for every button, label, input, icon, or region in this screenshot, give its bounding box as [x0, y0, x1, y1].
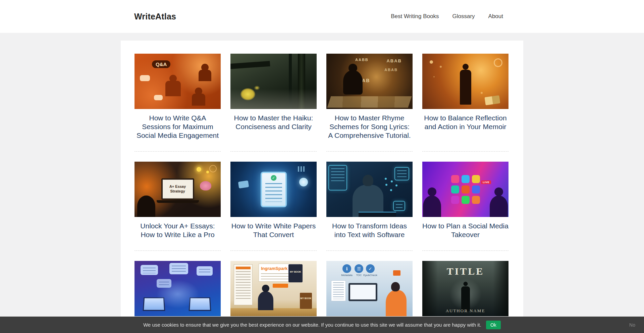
nav-glossary[interactable]: Glossary: [452, 13, 475, 20]
main-nav: Best Writing Books Glossary About: [391, 13, 503, 20]
glow-dots: [430, 60, 433, 64]
post-title[interactable]: How to Transform Ideas into Text with So…: [326, 222, 413, 239]
open-book-icon: [485, 95, 500, 105]
chat-bubble: [169, 263, 188, 274]
laptop-base: [157, 200, 199, 203]
cover-author-text: AUTHOR NAME: [422, 308, 508, 314]
book-cover-tablet: MY BOOK: [288, 264, 303, 282]
app-icon: [462, 175, 470, 183]
document-page: [331, 280, 346, 301]
person-silhouette: [192, 94, 205, 106]
post-thumbnail-haiku[interactable]: [230, 54, 317, 109]
chat-bubble: [157, 279, 171, 288]
cover-title-text: TITLE: [422, 266, 508, 277]
book-cover: MY BOOK: [300, 293, 312, 309]
yellow-flower: [240, 88, 255, 100]
post-title[interactable]: How to Master Rhyme Schemes for Song Lyr…: [326, 114, 413, 140]
clock-icon: [209, 165, 217, 172]
metadata-icon: ℹ: [342, 264, 351, 273]
walking-figure-silhouette: [460, 70, 471, 105]
brain-icon: [200, 181, 211, 190]
cookie-banner: We use cookies to ensure that we give yo…: [0, 317, 644, 333]
epubcheck-check-icon: ✓: [366, 264, 375, 273]
network-nodes-icon: [385, 184, 387, 186]
post-title[interactable]: Unlock Your A+ Essays: How to Write Like…: [135, 222, 221, 239]
cookie-ok-button[interactable]: Ok: [486, 321, 501, 329]
rhyme-scheme-label: ABAB: [384, 68, 398, 72]
chat-bubble: [141, 265, 158, 275]
holographic-panel: [393, 201, 405, 211]
laptop-screen-text: A+ Essay Strategy: [164, 184, 192, 193]
post-thumbnail-memoir[interactable]: [422, 54, 508, 109]
post-thumbnail-white-papers[interactable]: ✓: [230, 162, 317, 217]
app-icon: [472, 196, 480, 204]
post-card-haiku: How to Master the Haiku: Conciseness and…: [230, 54, 317, 152]
icon-label: EpubCheck: [363, 274, 378, 277]
post-title[interactable]: How to Balance Reflection and Action in …: [422, 114, 508, 131]
holographic-panel: [394, 167, 409, 180]
nav-best-writing-books[interactable]: Best Writing Books: [391, 13, 439, 20]
document-lines: [265, 183, 282, 202]
tablet-document: ✓: [261, 172, 287, 207]
clock-icon: [494, 58, 502, 67]
document-page: [234, 264, 253, 305]
app-icon: [472, 185, 480, 193]
laptop-screen: [143, 297, 165, 311]
post-title[interactable]: How to Write Q&A Sessions for Maximum So…: [135, 114, 221, 140]
nav-about[interactable]: About: [488, 13, 503, 20]
ingramspark-logo-text: IngramSpark: [261, 266, 287, 271]
post-thumbnail-social-takeover[interactable]: LIVE: [422, 162, 508, 217]
site-logo[interactable]: WriteAtlas: [134, 12, 176, 21]
post-card-white-papers: ✓ How to Write White Papers That Convert: [230, 162, 317, 251]
post-thumbnail-book-cover[interactable]: TITLE AUTHOR NAME: [422, 261, 508, 316]
lightbulb-icon: [197, 167, 201, 172]
post-thumbnail-qa-sessions[interactable]: Q&A: [135, 54, 221, 109]
holographic-panel: [328, 165, 347, 190]
post-title[interactable]: How to Master the Haiku: Conciseness and…: [230, 114, 317, 131]
cookie-message: We use cookies to ensure that we give yo…: [143, 322, 481, 328]
cookie-no-link[interactable]: No: [629, 322, 635, 328]
post-card-qa-sessions: Q&A How to Write Q&A Sessions for Maximu…: [135, 54, 221, 152]
post-thumbnail-ingramspark[interactable]: IngramSpark MY BOOK MY BOOK: [230, 261, 317, 316]
post-card-rhyme-schemes: AABB ABAB ABAB ABAB How to Master Rhyme …: [326, 54, 413, 152]
app-icon: [451, 196, 459, 204]
rhyme-scheme-label: ABAB: [386, 58, 402, 63]
post-thumbnail-chat-laptops[interactable]: [135, 261, 221, 316]
desk-surface: [230, 308, 317, 316]
toc-list-icon: ☰: [355, 264, 363, 273]
rhyme-scheme-label: AABB: [355, 58, 369, 62]
scattered-papers: [327, 96, 412, 108]
post-card-memoir: How to Balance Reflection and Action in …: [422, 54, 508, 152]
speech-bubble-icon: [140, 75, 150, 81]
laptop-screen: A+ Essay Strategy: [161, 178, 194, 200]
orange-button: [273, 284, 288, 288]
person-silhouette: [258, 291, 273, 310]
post-title[interactable]: How to Plan a Social Media Takeover: [422, 222, 508, 239]
app-icon: [462, 185, 470, 193]
lightbulb-icon: [299, 178, 308, 186]
speech-bubble-icon: [154, 95, 163, 100]
laptop-base: [359, 212, 396, 217]
post-title[interactable]: How to Write White Papers That Convert: [230, 222, 317, 239]
book-icon: [393, 270, 400, 276]
post-grid: Q&A How to Write Q&A Sessions for Maximu…: [135, 54, 509, 333]
post-card-essays: A+ Essay Strategy Unlock Your A+ Essays:…: [135, 162, 221, 251]
writer-silhouette: [343, 70, 363, 95]
app-icon: [462, 196, 470, 204]
post-thumbnail-transform-ideas[interactable]: [326, 162, 413, 217]
figure-silhouette: [461, 286, 470, 311]
person-silhouette: [386, 290, 407, 316]
post-thumbnail-rhyme-schemes[interactable]: AABB ABAB ABAB ABAB: [326, 54, 413, 109]
chat-bubble: [197, 266, 213, 276]
app-icon: [451, 175, 459, 183]
chart-bars-icon: [298, 166, 307, 172]
post-thumbnail-essays[interactable]: A+ Essay Strategy: [135, 162, 221, 217]
site-header: WriteAtlas Best Writing Books Glossary A…: [0, 0, 644, 33]
person-silhouette: [423, 196, 441, 217]
laptop: [348, 283, 377, 301]
app-icon: [472, 175, 480, 183]
header-inner: WriteAtlas Best Writing Books Glossary A…: [134, 12, 503, 21]
check-icon: ✓: [271, 175, 276, 181]
app-icon-grid: [451, 175, 480, 204]
post-thumbnail-epub-check[interactable]: ℹ ☰ ✓ Metadata TOC EpubCheck: [326, 261, 413, 316]
